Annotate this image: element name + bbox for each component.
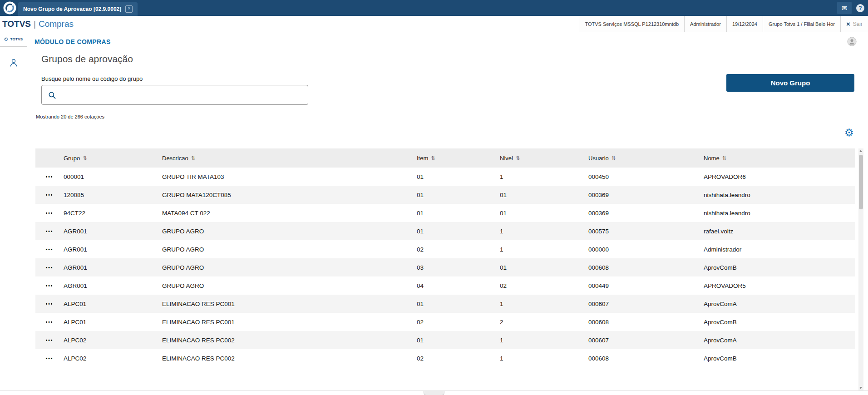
sort-icon[interactable]: ⇅	[612, 155, 616, 161]
cell-usuario: 000369	[588, 186, 704, 204]
table-row[interactable]: ••• ALPC02 ELIMINACAO RES PC002 02 1 000…	[35, 349, 855, 367]
cell-grupo: AGR001	[64, 222, 162, 240]
table-row[interactable]: ••• ALPC02 ELIMINACAO RES PC002 01 1 000…	[35, 331, 855, 349]
column-header-nome[interactable]: Nome ⇅	[704, 148, 855, 168]
cell-descricao: ELIMINACAO RES PC001	[162, 313, 417, 331]
column-header-descricao[interactable]: Descricao ⇅	[162, 148, 417, 168]
column-header-nivel[interactable]: Nivel ⇅	[500, 148, 588, 168]
table-row[interactable]: ••• AGR001 GRUPO AGRO 01 1 000575 rafael…	[35, 222, 855, 240]
sidebar: TOTVS	[0, 32, 27, 395]
table-row[interactable]: ••• ALPC01 ELIMINACAO RES PC001 01 1 000…	[35, 295, 855, 313]
cell-descricao: GRUPO AGRO	[162, 276, 417, 295]
sort-icon[interactable]: ⇅	[83, 155, 87, 161]
sort-icon[interactable]: ⇅	[516, 155, 520, 161]
cell-nivel: 01	[500, 258, 588, 276]
help-icon: ?	[858, 5, 862, 11]
table-row[interactable]: ••• AGR001 GRUPO AGRO 03 01 000608 Aprov…	[35, 258, 855, 276]
column-header-item[interactable]: Item ⇅	[417, 148, 500, 168]
table-row[interactable]: ••• 120085 GRUPO MATA120CT085 01 01 0003…	[35, 186, 855, 204]
cell-item: 02	[417, 240, 500, 258]
bottom-edge	[0, 390, 868, 395]
bottom-handle	[424, 391, 444, 395]
scroll-thumb[interactable]	[859, 155, 863, 209]
sidebar-totvs-logo-button[interactable]: TOTVS	[0, 32, 27, 47]
sort-icon[interactable]: ⇅	[722, 155, 726, 161]
cell-descricao: GRUPO MATA120CT085	[162, 186, 417, 204]
window-tab[interactable]: Novo Grupo de Aprovacao [02.9.0002] ×	[18, 2, 138, 16]
cell-nivel: 1	[500, 222, 588, 240]
table-row[interactable]: ••• 000001 GRUPO TIR MATA103 01 1 000450…	[35, 168, 855, 186]
row-actions-cell: •••	[35, 186, 64, 204]
search-label: Busque pelo nome ou código do grupo	[41, 75, 143, 82]
scroll-up-arrow[interactable]	[859, 150, 862, 152]
sidebar-item-user[interactable]	[0, 58, 27, 68]
cell-descricao: ELIMINACAO RES PC001	[162, 295, 417, 313]
brand: TOTVS | Compras	[2, 16, 74, 32]
settings-gear-button[interactable]: ⚙	[844, 128, 854, 138]
sort-icon[interactable]: ⇅	[431, 155, 435, 161]
row-actions-button[interactable]: •••	[46, 320, 54, 325]
cell-descricao: GRUPO TIR MATA103	[162, 168, 417, 186]
cell-descricao: ELIMINACAO RES PC002	[162, 331, 417, 349]
cell-nome: nishihata.leandro	[704, 186, 855, 204]
date-info: 19/12/2024	[726, 16, 763, 32]
row-actions-cell: •••	[35, 240, 64, 258]
cell-nivel: 1	[500, 240, 588, 258]
row-actions-button[interactable]: •••	[46, 174, 54, 179]
cell-nome: rafael.voltz	[704, 222, 855, 240]
table-row[interactable]: ••• ALPC01 ELIMINACAO RES PC001 02 2 000…	[35, 313, 855, 331]
row-actions-cell: •••	[35, 276, 64, 295]
cell-grupo: AGR001	[64, 240, 162, 258]
row-actions-button[interactable]: •••	[46, 338, 54, 343]
avatar-button[interactable]	[847, 37, 857, 48]
cell-usuario: 000450	[588, 168, 704, 186]
row-actions-cell: •••	[35, 168, 64, 186]
cell-nivel: 1	[500, 295, 588, 313]
cell-nome: APROVADOR5	[704, 276, 855, 295]
logout-button[interactable]: × Sair	[840, 16, 868, 32]
row-actions-button[interactable]: •••	[46, 211, 54, 216]
search-icon	[48, 91, 56, 99]
topbar-actions: ✉ ?	[837, 2, 864, 14]
scroll-down-arrow[interactable]	[859, 387, 862, 389]
row-actions-cell: •••	[35, 222, 64, 240]
actions-column-header	[35, 148, 64, 168]
table-row[interactable]: ••• AGR001 GRUPO AGRO 02 1 000000 Admini…	[35, 240, 855, 258]
row-actions-button[interactable]: •••	[46, 193, 54, 198]
cell-item: 01	[417, 168, 500, 186]
row-actions-cell: •••	[35, 349, 64, 367]
close-icon[interactable]: ×	[125, 5, 133, 13]
cell-grupo: ALPC02	[64, 349, 162, 367]
company-branch-info[interactable]: Grupo Totvs 1 / Filial Belo Hor	[763, 16, 840, 32]
cell-item: 01	[417, 295, 500, 313]
logout-label: Sair	[853, 21, 863, 27]
cell-nivel: 1	[500, 349, 588, 367]
table-row[interactable]: ••• AGR001 GRUPO AGRO 04 02 000449 APROV…	[35, 276, 855, 295]
table-header-row: Grupo ⇅ Descricao ⇅ Item ⇅ Nivel ⇅ Usuar…	[35, 148, 855, 168]
row-actions-button[interactable]: •••	[46, 283, 54, 288]
row-actions-button[interactable]: •••	[46, 265, 54, 270]
brand-separator: |	[34, 19, 36, 29]
row-actions-button[interactable]: •••	[46, 247, 54, 252]
cell-item: 01	[417, 204, 500, 222]
column-header-usuario[interactable]: Usuario ⇅	[588, 148, 704, 168]
mail-button[interactable]: ✉	[837, 2, 852, 14]
column-header-grupo[interactable]: Grupo ⇅	[64, 148, 162, 168]
totvs-logo-icon	[3, 1, 16, 15]
cell-usuario: 000000	[588, 240, 704, 258]
sort-icon[interactable]: ⇅	[191, 155, 195, 161]
row-actions-button[interactable]: •••	[46, 356, 54, 361]
cell-nome: AprovComA	[704, 331, 855, 349]
row-actions-button[interactable]: •••	[46, 229, 54, 234]
cell-descricao: MATA094 CT 022	[162, 204, 417, 222]
cell-usuario: 000575	[588, 222, 704, 240]
new-group-button[interactable]: Novo Grupo	[726, 74, 854, 92]
help-button[interactable]: ?	[856, 4, 864, 12]
cell-nome: Administrador	[704, 240, 855, 258]
vertical-scrollbar[interactable]	[858, 148, 863, 390]
cell-usuario: 000608	[588, 258, 704, 276]
cell-nome: nishihata.leandro	[704, 204, 855, 222]
row-actions-button[interactable]: •••	[46, 301, 54, 306]
table-row[interactable]: ••• 94CT22 MATA094 CT 022 01 01 000369 n…	[35, 204, 855, 222]
search-input[interactable]	[56, 85, 308, 104]
